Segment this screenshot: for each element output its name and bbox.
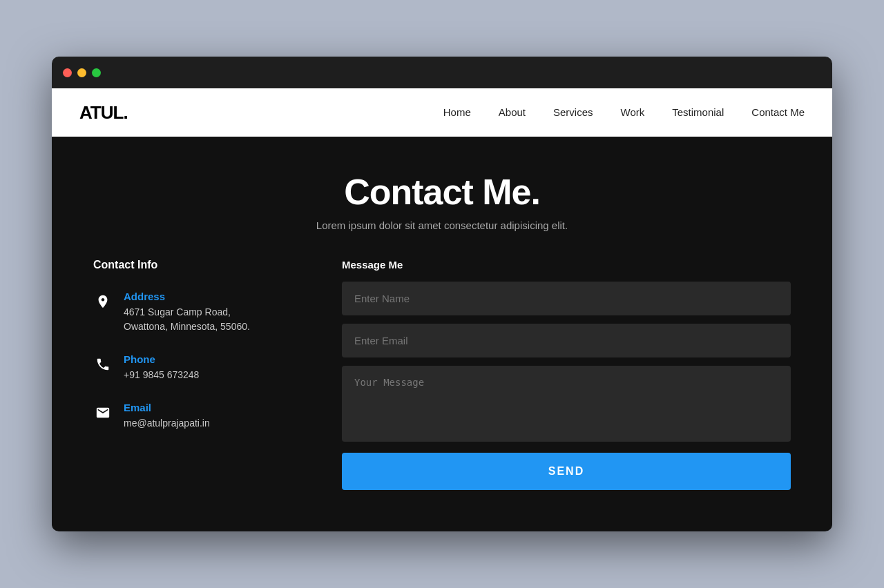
page-title: Contact Me.	[93, 171, 791, 213]
phone-icon	[93, 355, 113, 374]
browser-window: ATUL. Home About Services Work Testimoni…	[52, 57, 832, 531]
traffic-light-red[interactable]	[63, 68, 72, 77]
nav-link-work[interactable]: Work	[621, 106, 645, 118]
page-subtitle: Lorem ipsum dolor sit amet consectetur a…	[93, 219, 791, 231]
site-logo[interactable]: ATUL.	[79, 102, 128, 124]
email-item: Email me@atulprajapati.in	[93, 402, 300, 431]
address-item: Address 4671 Sugar Camp Road,Owattona, M…	[93, 291, 300, 334]
nav-links: Home About Services Work Testimonial Con…	[443, 106, 805, 119]
nav-item-testimonial[interactable]: Testimonial	[672, 106, 724, 119]
nav-link-services[interactable]: Services	[553, 106, 593, 118]
nav-link-home[interactable]: Home	[443, 106, 471, 118]
message-form: Message Me SEND	[342, 259, 791, 490]
navbar: ATUL. Home About Services Work Testimoni…	[52, 88, 832, 137]
email-value: me@atulprajapati.in	[124, 416, 210, 431]
nav-item-services[interactable]: Services	[553, 106, 593, 119]
phone-label: Phone	[124, 353, 199, 365]
contact-info-panel: Contact Info Address 4671 Sugar Camp Roa…	[93, 259, 300, 450]
traffic-light-yellow[interactable]	[77, 68, 86, 77]
phone-item: Phone +91 9845 673248	[93, 353, 300, 382]
nav-item-home[interactable]: Home	[443, 106, 471, 119]
browser-titlebar	[52, 57, 832, 88]
page-header: Contact Me. Lorem ipsum dolor sit amet c…	[93, 171, 791, 231]
contact-layout: Contact Info Address 4671 Sugar Camp Roa…	[93, 259, 791, 490]
nav-item-contact[interactable]: Contact Me	[751, 106, 805, 119]
email-info-content: Email me@atulprajapati.in	[124, 402, 210, 431]
nav-item-about[interactable]: About	[499, 106, 526, 119]
email-input[interactable]	[342, 324, 791, 357]
address-label: Address	[124, 291, 250, 302]
send-button[interactable]: SEND	[342, 453, 791, 490]
nav-item-work[interactable]: Work	[621, 106, 645, 119]
email-label: Email	[124, 402, 210, 413]
form-heading: Message Me	[342, 259, 791, 271]
message-textarea[interactable]	[342, 366, 791, 442]
nav-link-contact[interactable]: Contact Me	[751, 106, 805, 118]
address-content: Address 4671 Sugar Camp Road,Owattona, M…	[124, 291, 250, 334]
phone-content: Phone +91 9845 673248	[124, 353, 199, 382]
nav-link-about[interactable]: About	[499, 106, 526, 118]
location-icon	[93, 292, 113, 311]
phone-value: +91 9845 673248	[124, 368, 199, 382]
nav-link-testimonial[interactable]: Testimonial	[672, 106, 724, 118]
traffic-light-green[interactable]	[92, 68, 101, 77]
main-content: Contact Me. Lorem ipsum dolor sit amet c…	[52, 137, 832, 531]
contact-info-heading: Contact Info	[93, 259, 300, 271]
name-input[interactable]	[342, 282, 791, 315]
address-value: 4671 Sugar Camp Road,Owattona, Minnesota…	[124, 305, 250, 334]
email-icon	[93, 403, 113, 422]
